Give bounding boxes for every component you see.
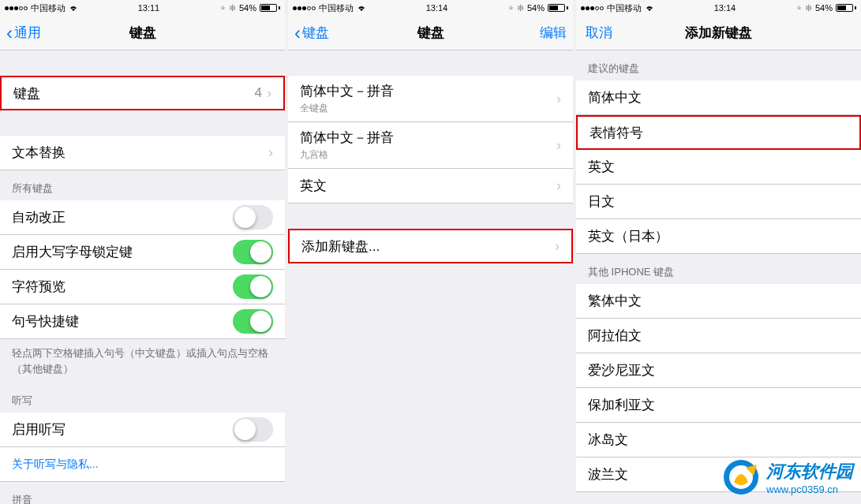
add-keyboard-list: 建议的键盘 简体中文 表情符号 英文 日文 英文（日本） 其他 IPHONE 键… [576,50,861,504]
row-keyboard-zh-pinyin-full[interactable]: 简体中文－拼音 全键盘 › [288,76,573,122]
signal-icon [581,6,604,10]
row-label: 保加利亚文 [588,396,849,414]
footer-period-shortcut: 轻点两下空格键插入句号（中文键盘）或插入句点与空格（其他键盘） [0,339,285,383]
row-label: 英文 [300,177,556,195]
battery-icon [548,4,568,12]
wifi-icon [357,4,366,12]
edit-button[interactable]: 编辑 [540,24,567,42]
row-keyboard-zh-pinyin-nine[interactable]: 简体中文－拼音 九宫格 › [288,122,573,169]
section-header-pinyin: 拼音 [0,482,285,504]
row-label: 添加新键盘... [301,237,555,256]
row-about-dictation[interactable]: 关于听写与隐私... [0,447,285,482]
status-bar: 中国移动 13:14 ⚬ ✻ 54% [576,0,861,16]
row-sublabel: 九宫格 [300,148,556,162]
row-kbd-en-ja[interactable]: 英文（日本） [576,219,861,254]
nav-bar: 取消 添加新键盘 [576,16,861,50]
battery-icon [836,4,856,12]
row-kbd-is[interactable]: 冰岛文 [576,423,861,457]
row-label: 阿拉伯文 [588,327,849,345]
status-time: 13:14 [426,3,448,13]
screen-add-keyboard: 中国移动 13:14 ⚬ ✻ 54% 取消 添加新键盘 建议的键盘 简体中文 表… [576,0,861,504]
row-label: 繁体中文 [588,292,849,310]
status-time: 13:11 [138,3,160,13]
bluetooth-icon: ⚬ ✻ [507,3,524,13]
nav-title: 键盘 [417,24,444,42]
chevron-back-icon: ‹ [6,24,13,43]
chevron-right-icon: › [556,137,561,154]
switch-period-shortcut[interactable] [233,309,273,334]
row-label: 英文 [588,158,849,176]
nav-title: 添加新键盘 [685,24,752,42]
battery-pct: 54% [527,3,545,13]
row-add-new-keyboard[interactable]: 添加新键盘... › [288,229,573,263]
switch-caps-lock[interactable] [233,240,273,264]
settings-list: 键盘 4 › 文本替换 › 所有键盘 自动改正 启用大写字母锁定键 字符预览 句… [0,50,285,504]
row-caps-lock: 启用大写字母锁定键 [0,235,285,270]
back-button[interactable]: ‹键盘 [294,24,329,43]
section-header-suggested: 建议的键盘 [576,50,861,80]
signal-icon [293,6,316,10]
row-label: 冰岛文 [588,431,849,449]
row-label: 键盘 [13,84,255,103]
screen-keyboard-list: 中国移动 13:14 ⚬ ✻ 54% ‹键盘 键盘 编辑 简体中文－拼音 全键盘… [288,0,573,504]
switch-char-preview[interactable] [233,274,273,299]
row-label: 启用大写字母锁定键 [12,243,233,261]
row-label: 爱沙尼亚文 [588,361,849,379]
row-label: 日文 [588,192,849,211]
section-header-dictation: 听写 [0,383,285,413]
cancel-button[interactable]: 取消 [586,24,612,42]
row-keyboard-en[interactable]: 英文 › [288,169,573,203]
row-label: 简体中文 [588,88,849,106]
row-kbd-zh-trad[interactable]: 繁体中文 [576,284,861,319]
carrier-label: 中国移动 [31,2,66,14]
row-label: 启用听写 [12,420,233,439]
row-kbd-bg[interactable]: 保加利亚文 [576,388,861,423]
status-bar: 中国移动 13:14 ⚬ ✻ 54% [288,0,573,16]
row-label: 关于听写与隐私... [12,457,273,472]
chevron-right-icon: › [556,177,561,194]
row-text-replacement[interactable]: 文本替换 › [0,136,285,170]
chevron-right-icon: › [268,144,273,161]
row-sublabel: 全键盘 [300,102,556,115]
wifi-icon [69,4,78,12]
row-label: 简体中文－拼音 [300,82,556,100]
row-kbd-pl[interactable]: 波兰文 [576,457,861,492]
back-button[interactable]: ‹通用 [6,24,41,43]
nav-title: 键盘 [129,24,156,42]
row-kbd-et[interactable]: 爱沙尼亚文 [576,353,861,388]
switch-autocorrect[interactable] [233,205,273,230]
chevron-back-icon: ‹ [294,24,301,43]
bluetooth-icon: ⚬ ✻ [795,3,812,13]
row-detail: 4 [255,85,262,101]
switch-enable-dictation[interactable] [233,417,273,442]
row-kbd-ja[interactable]: 日文 [576,185,861,219]
row-enable-dictation: 启用听写 [0,413,285,447]
keyboard-list: 简体中文－拼音 全键盘 › 简体中文－拼音 九宫格 › 英文 › 添加新键盘..… [288,50,573,504]
bluetooth-icon: ⚬ ✻ [219,3,236,13]
row-period-shortcut: 句号快捷键 [0,304,285,339]
section-header-other: 其他 IPHONE 键盘 [576,254,861,284]
row-label: 表情符号 [590,124,848,142]
carrier-label: 中国移动 [319,2,354,14]
row-kbd-ar[interactable]: 阿拉伯文 [576,319,861,353]
screen-keyboard-settings: 中国移动 13:11 ⚬ ✻ 54% ‹通用 键盘 键盘 4 › 文本替换 › … [0,0,285,504]
status-time: 13:14 [714,3,736,13]
carrier-label: 中国移动 [607,2,642,14]
row-autocorrect: 自动改正 [0,200,285,235]
wifi-icon [645,4,654,12]
row-label: 简体中文－拼音 [300,129,556,147]
nav-bar: ‹通用 键盘 [0,16,285,50]
chevron-right-icon: › [556,91,561,107]
row-kbd-en[interactable]: 英文 [576,150,861,185]
section-header-all-keyboards: 所有键盘 [0,170,285,200]
row-keyboards[interactable]: 键盘 4 › [0,76,285,110]
status-bar: 中国移动 13:11 ⚬ ✻ 54% [0,0,285,16]
row-kbd-zh-simp[interactable]: 简体中文 [576,80,861,115]
signal-icon [5,6,28,10]
row-label: 波兰文 [588,465,849,483]
row-kbd-emoji[interactable]: 表情符号 [576,115,861,150]
battery-pct: 54% [815,3,833,13]
battery-icon [260,4,280,12]
chevron-right-icon: › [267,85,271,102]
nav-bar: ‹键盘 键盘 编辑 [288,16,573,50]
